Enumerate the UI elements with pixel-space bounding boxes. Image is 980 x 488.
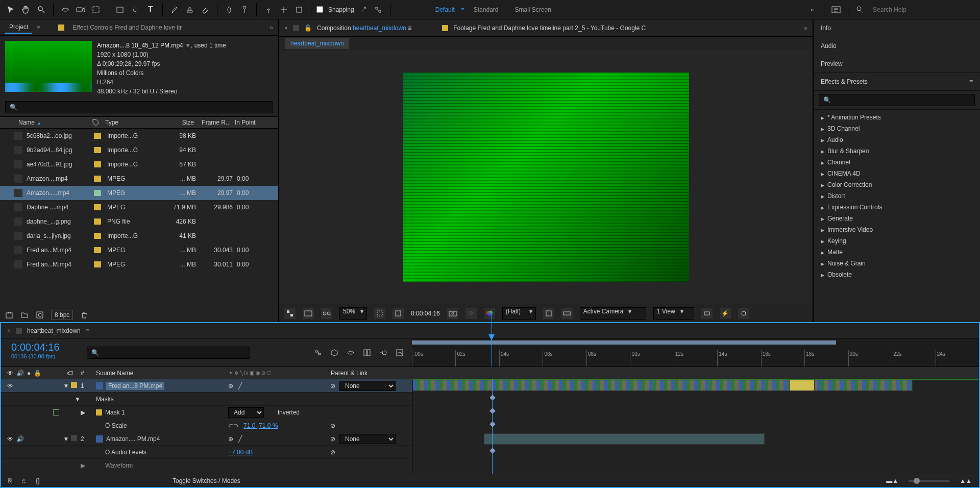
mask-visibility-icon[interactable] — [393, 308, 404, 319]
composition-viewer[interactable] — [279, 50, 813, 304]
rectangle-tool-icon[interactable] — [113, 3, 127, 16]
effect-category[interactable]: CINEMA 4D — [814, 168, 980, 179]
toggle-switches-icon[interactable]: ⎘ — [8, 477, 12, 484]
snapshot-icon[interactable] — [447, 308, 458, 319]
project-row[interactable]: daphne_...g.png PNG file426 KB — [0, 214, 278, 229]
fast-preview-icon[interactable]: ⚡ — [720, 308, 731, 319]
transparency-grid-icon[interactable] — [303, 308, 314, 319]
render-queue-icon[interactable]: ⎌ — [22, 477, 26, 484]
pixel-aspect-icon[interactable] — [701, 308, 713, 319]
workspace-default[interactable]: Default — [428, 4, 462, 15]
zoom-out-icon[interactable]: ▬▲ — [886, 477, 898, 484]
draft-3d-icon[interactable] — [330, 349, 338, 357]
zoom-dropdown[interactable]: 50% ▾ — [339, 307, 367, 320]
puppet-pin-tool-icon[interactable] — [238, 3, 251, 16]
effect-category[interactable]: Keying — [814, 235, 980, 247]
effect-category[interactable]: Color Correction — [814, 179, 980, 190]
masks-row[interactable]: ▼ Masks — [1, 393, 412, 406]
flowchart-tab[interactable]: heartbeat_mixdown — [285, 38, 349, 49]
workspace-small[interactable]: Small Screen — [507, 4, 558, 15]
project-row[interactable]: Amazon.....mp4 MPEG... MB 29.970;00 — [0, 186, 278, 200]
show-snapshot-icon[interactable]: ⟳ — [465, 308, 477, 319]
effects-panel-header[interactable]: Effects & Presets≡ — [814, 73, 980, 91]
channel-icon[interactable] — [484, 308, 495, 319]
3d-glasses-icon[interactable] — [321, 308, 332, 319]
effect-category[interactable]: * Animation Presets — [814, 112, 980, 123]
property-row[interactable]: ▶ Waveform — [1, 459, 412, 472]
effect-category[interactable]: Immersive Video — [814, 224, 980, 235]
panel-overflow-icon[interactable]: » — [270, 24, 273, 31]
effect-category[interactable]: 3D Channel — [814, 123, 980, 134]
workspace-standard[interactable]: Standard — [467, 4, 506, 15]
roto-brush-tool-icon[interactable] — [223, 3, 236, 16]
views-dropdown[interactable]: 1 View ▾ — [653, 307, 694, 320]
effect-category[interactable]: Expression Controls — [814, 202, 980, 213]
effect-category[interactable]: Noise & Grain — [814, 258, 980, 269]
overflow-icon[interactable]: » — [805, 3, 819, 16]
camera-tool-icon[interactable] — [74, 3, 87, 16]
shy-icon[interactable] — [347, 349, 355, 357]
project-row[interactable]: Fred an...M.mp4 MPEG... MB 30.0430:00 — [0, 243, 278, 257]
sync-settings-icon[interactable] — [829, 3, 843, 16]
project-row[interactable]: Fred an...M.mp4 MPEG... MB 30.0110:00 — [0, 257, 278, 272]
always-preview-icon[interactable] — [284, 308, 296, 319]
frame-blending-icon[interactable]: {} — [36, 477, 40, 484]
effect-category[interactable]: Obsolete — [814, 269, 980, 280]
orbit-tool-icon[interactable] — [59, 3, 72, 16]
snap-option1-icon[interactable] — [356, 3, 370, 16]
project-row[interactable]: Daphne ....mp4 MPEG71.9 MB 29.9860;00 — [0, 200, 278, 214]
effect-category[interactable]: Generate — [814, 213, 980, 224]
timeline-comp-name[interactable]: heartbeat_mixdown — [27, 327, 81, 334]
project-row[interactable]: ae470d1...91.jpg Importe...G57 KB — [0, 157, 278, 172]
timeline-icon[interactable] — [561, 308, 573, 319]
axis-local-icon[interactable] — [262, 3, 275, 16]
hand-tool-icon[interactable] — [19, 3, 33, 16]
comp-overflow-icon[interactable]: » — [804, 25, 807, 32]
layer-row[interactable]: 👁🔊 ▼ 2 Amazon.... PM.mp4 ⊕╱ ⊘None — [1, 432, 412, 446]
camera-dropdown[interactable]: Active Camera ▾ — [580, 307, 646, 320]
effect-controls-tab[interactable]: Effect Controls Fred and Daphne love tir — [68, 22, 186, 33]
bpc-label[interactable]: 8 bpc — [51, 310, 73, 320]
project-row[interactable]: 9b2ad94...84.jpg Importe...G94 KB — [0, 143, 278, 157]
footage-tab[interactable]: Footage Fred and Daphne love timeline pa… — [453, 25, 646, 32]
axis-world-icon[interactable] — [277, 3, 290, 16]
eraser-tool-icon[interactable] — [199, 3, 212, 16]
mask-mode-dropdown[interactable]: Add — [228, 407, 264, 418]
snap-option2-icon[interactable] — [372, 3, 385, 16]
timeline-current-time[interactable]: 0:00:04:16 00136 (30.00 fps) — [1, 338, 83, 367]
parent-dropdown[interactable]: None — [339, 381, 396, 391]
lock-icon[interactable]: 🔓 — [304, 25, 312, 32]
property-row[interactable]: Ö Audio Levels +7.00 dB ⊘ — [1, 446, 412, 459]
effects-search-input[interactable] — [819, 94, 975, 106]
search-help-input[interactable] — [869, 4, 976, 16]
graph-editor-icon[interactable] — [396, 349, 404, 357]
axis-view-icon[interactable] — [292, 3, 306, 16]
project-tab[interactable]: Project — [5, 21, 32, 34]
mask-row[interactable]: ▶ Mask 1 Add Inverted — [1, 406, 412, 419]
frame-blend-icon[interactable] — [363, 349, 371, 357]
motion-blur-icon[interactable] — [379, 349, 387, 357]
project-row[interactable]: darla_s...jiyn.jpg Importe...G41 KB — [0, 229, 278, 243]
effect-category[interactable]: Channel — [814, 157, 980, 168]
project-row[interactable]: Amazon....mp4 MPEG... MB 29.970;00 — [0, 172, 278, 186]
timeline-search-input[interactable] — [87, 347, 250, 359]
comp-mini-flowchart-icon[interactable] — [314, 349, 322, 357]
toggle-switches-button[interactable]: Toggle Switches / Modes — [173, 477, 240, 484]
info-panel-header[interactable]: Info — [814, 19, 980, 37]
pan-behind-tool-icon[interactable] — [89, 3, 103, 16]
effect-category[interactable]: Blur & Sharpen — [814, 145, 980, 157]
preview-panel-header[interactable]: Preview — [814, 55, 980, 73]
trash-icon[interactable] — [80, 311, 88, 319]
effect-category[interactable]: Distort — [814, 190, 980, 202]
layer-row[interactable]: 👁 ▼ 1 Fred an...8 PM.mp4 ⊕╱ ⊘None — [1, 379, 412, 393]
pen-tool-icon[interactable] — [129, 3, 142, 16]
composition-tab[interactable]: Composition heartbeat_mixdown ≡ — [317, 25, 411, 32]
zoom-in-icon[interactable]: ▲▲ — [960, 477, 972, 484]
effect-category[interactable]: Matte — [814, 247, 980, 258]
time-ruler[interactable]: :00s02s04s06s08s10s12s14s16s18s20s22s24s — [412, 338, 979, 367]
parent-dropdown[interactable]: None — [339, 434, 396, 444]
roi-icon[interactable] — [374, 308, 385, 319]
timeline-tracks[interactable] — [412, 379, 979, 474]
snapping-checkbox[interactable] — [316, 6, 323, 13]
current-time[interactable]: 0:00:04:16 — [411, 310, 440, 317]
